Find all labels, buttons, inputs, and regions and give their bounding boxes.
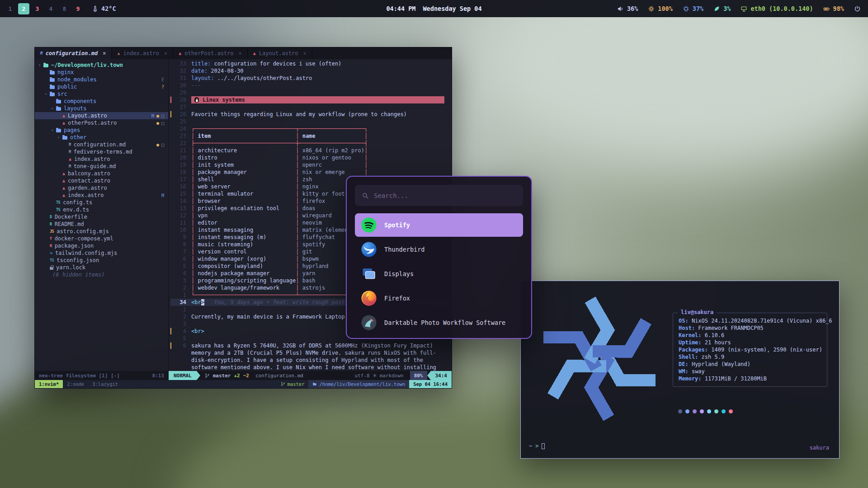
tmux-window-2-node[interactable]: 2:node (63, 380, 88, 388)
launcher-item-darktable-photo-workflow-software[interactable]: Darktable Photo Workflow Software (355, 311, 523, 334)
buffer-line[interactable]: ▎25 (170, 118, 452, 125)
fetch-key: OS: (679, 318, 689, 325)
tree-item-config.ts[interactable]: TSconfig.ts (35, 199, 168, 206)
text-span: │ (364, 133, 368, 139)
launcher-item-spotify[interactable]: Spotify (355, 213, 523, 237)
buffer-line[interactable]: ▎28Linux systems (170, 96, 452, 103)
tree-item-public[interactable]: public? (35, 83, 168, 90)
text-span: privilege escalation tool (194, 205, 296, 211)
tree-item-components[interactable]: components (35, 98, 168, 105)
tree-item-otherpost.astro[interactable]: ▲otherPost.astro●□ (35, 119, 168, 127)
tab-otherpost-astro[interactable]: ▲otherPost.astro× (173, 47, 248, 59)
buffer-line[interactable]: ▎32date: 2024-08-30 (170, 67, 452, 75)
tree-item-other[interactable]: ▾other (35, 134, 168, 141)
workspace-8[interactable]: 8 (59, 3, 70, 14)
workspace-9[interactable]: 9 (72, 3, 84, 14)
tab-layout-astro[interactable]: ▲Layout.astro× (248, 47, 312, 59)
buffer-line[interactable]: ▎26Favorite things regarding Linux and m… (170, 111, 452, 118)
tree-item-balcony.astro[interactable]: ▲balcony.astro (35, 170, 168, 177)
tree-item-index.astro[interactable]: ▲index.astroH (35, 192, 168, 199)
fetch-value: zsh 5.9 (698, 354, 724, 361)
git-status-mark: □ (161, 142, 164, 147)
shell-prompt[interactable]: ~ > (529, 443, 545, 449)
buffer-line[interactable]: ▎20│ distro │ nixos or gentoo │ (170, 154, 452, 161)
workspace-3[interactable]: 3 (32, 3, 43, 14)
launcher-item-displays[interactable]: Displays (355, 262, 523, 286)
buffer-line[interactable]: ▎6sakura has a Ryzen 5 7640U, 32GB of DD… (170, 342, 452, 371)
buffer-line[interactable]: ▎24┌───────────────────────────────┬────… (170, 125, 452, 132)
tab-configuration-md[interactable]: Mconfiguration.md× (35, 47, 112, 59)
workspace-1[interactable]: 1 (5, 3, 16, 14)
close-icon[interactable]: × (239, 50, 242, 56)
buffer-line[interactable]: ▎30--- (170, 82, 452, 89)
module-network[interactable]: eth0 (10.0.0.140) (741, 5, 813, 12)
module-battery[interactable]: 98% (823, 5, 844, 12)
close-icon[interactable]: × (303, 50, 307, 56)
tree-item-pages[interactable]: ▾pages (35, 127, 168, 134)
buffer-line[interactable]: ▎19│ init system │ openrc │ (170, 161, 452, 169)
tree-item-yarn.lock[interactable]: yarn.lock (35, 264, 168, 271)
module-gear[interactable]: 100% (648, 5, 673, 12)
workspace-4[interactable]: 4 (45, 3, 57, 14)
buffer-line[interactable]: ▎21│ architecture │ x86_64 (rip m2 pro)│ (170, 147, 452, 154)
tmux-window-1-nvim-[interactable]: 1:nvim* (35, 380, 63, 388)
module-volume[interactable]: 36% (617, 5, 638, 12)
tree-item-node-modules[interactable]: node_modulesE (35, 76, 168, 83)
tree-label: layouts (64, 105, 87, 112)
clock-module[interactable]: 04:44 PM Wednesday Sep 04 (386, 5, 481, 12)
tmux-window-3-lazygit[interactable]: 3:lazygit (88, 380, 122, 388)
gutter-sign: ▎ (170, 320, 175, 328)
launcher-item-thunderbird[interactable]: Thunderbird (355, 238, 523, 261)
tree-label: components (64, 98, 96, 104)
terminal-window[interactable]: liv@sakura OS: NixOS 24.11.20240828.71e9… (520, 281, 840, 459)
tree-item-index.astro[interactable]: ▲index.astro (35, 155, 168, 163)
buffer-line[interactable]: ▎18│ package manager │ nix or emerge │ (170, 169, 452, 176)
file-tree: ▾~/Development/liv.town nginx node_modul… (35, 59, 169, 371)
line-number: 32 (175, 67, 186, 75)
tree-item-package.json[interactable]: Npackage.json (35, 242, 168, 249)
tree-item-layouts[interactable]: ▾layouts (35, 105, 168, 112)
buffer-line[interactable]: ▎23│ item │ name │ (170, 132, 452, 140)
line-number: 26 (175, 111, 186, 118)
buffer-line[interactable]: ▎31layout: ../../layouts/otherPost.astro (170, 75, 452, 82)
tmux-windows: 1:nvim*2:node3:lazygit (35, 380, 122, 388)
close-icon[interactable]: × (103, 50, 106, 56)
tree-item-~-development-liv.town[interactable]: ▾~/Development/liv.town (35, 61, 168, 69)
tree-item-tsconfig.json[interactable]: TStsconfig.json (35, 257, 168, 264)
tree-item-layout.astro[interactable]: ▲Layout.astroH●□ (35, 112, 168, 119)
launcher-item-firefox[interactable]: Firefox (355, 286, 523, 310)
text-span: webdev language/framework (194, 285, 296, 291)
encoding: utf-8 (355, 373, 370, 379)
buffer-line[interactable]: ▎33title: configuration for devices i us… (170, 60, 452, 67)
tree-item-configuration.md[interactable]: Mconfiguration.md●□ (35, 141, 168, 148)
text-span: openrc (299, 162, 364, 168)
tree-item-env.d.ts[interactable]: TSenv.d.ts (35, 206, 168, 213)
segment-separator (427, 371, 431, 380)
tree-item-nginx[interactable]: nginx (35, 69, 168, 76)
text-span: window manager (xorg) (194, 256, 296, 262)
tree-item-tone-guide.md[interactable]: Mtone-guide.md (35, 163, 168, 170)
tree-item-garden.astro[interactable]: ▲garden.astro (35, 184, 168, 192)
temperature-module[interactable]: 42°C (92, 5, 116, 12)
module-leaf[interactable]: 3% (713, 5, 731, 12)
tree-item-tailwind.config.mjs[interactable]: ≈tailwind.config.mjs (35, 249, 168, 257)
tree-item-fediverse-terms.md[interactable]: Mfediverse-terms.md (35, 148, 168, 155)
tree-item-contact.astro[interactable]: ▲contact.astro (35, 177, 168, 184)
buffer-line[interactable]: ▎22├───────────────────────────────┼────… (170, 140, 452, 147)
fetch-value: sway (689, 368, 705, 375)
tree-item-dockerfile[interactable]: DDockerfile (35, 213, 168, 221)
module-power[interactable] (854, 5, 861, 12)
workspace-2[interactable]: 2 (18, 3, 29, 14)
buffer-line[interactable]: ▎27 (170, 103, 452, 111)
tab-index-astro[interactable]: ▲index.astro× (112, 47, 173, 59)
close-icon[interactable]: × (164, 50, 167, 56)
tree-item-astro.config.mjs[interactable]: JSastro.config.mjs (35, 228, 168, 235)
tree-item-docker-compose.yml[interactable]: Ydocker-compose.yml (35, 235, 168, 242)
module-cpu[interactable]: 37% (683, 5, 703, 12)
buffer-line[interactable]: ▎29 (170, 89, 452, 96)
search-input[interactable]: Search... (355, 185, 523, 206)
tree-item-src[interactable]: ▾src (35, 90, 168, 98)
tree-item-readme.md[interactable]: RREADME.md (35, 221, 168, 228)
gutter-sign: ▎ (170, 219, 175, 226)
tree-item--6-hidden-items-[interactable]: (6 hidden items) (35, 271, 168, 278)
